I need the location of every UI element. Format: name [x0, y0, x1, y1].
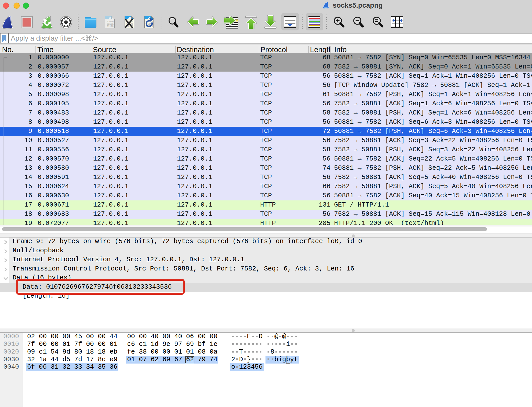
svg-text:01110: 01110	[107, 25, 114, 28]
